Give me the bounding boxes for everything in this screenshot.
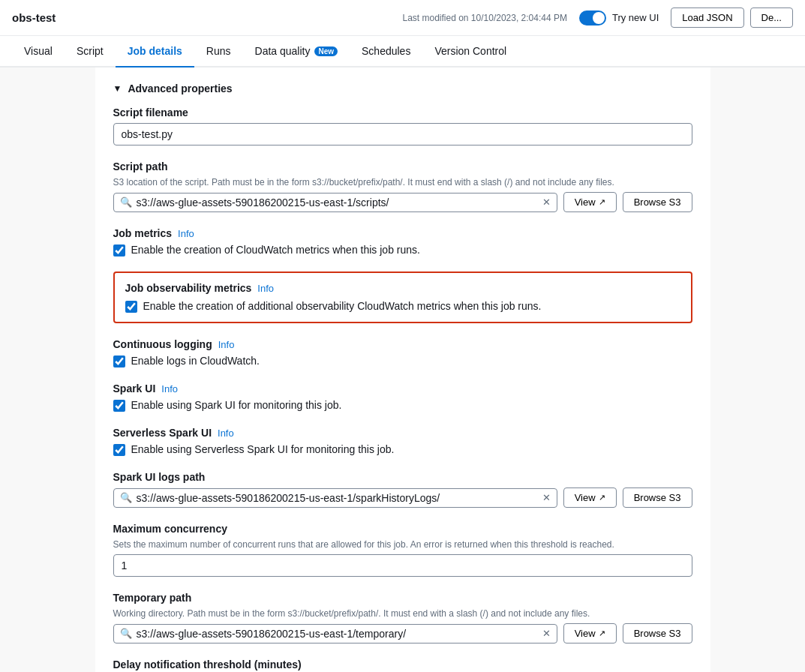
chevron-icon: ▼ (113, 83, 122, 94)
last-modified: Last modified on 10/10/2023, 2:04:44 PM (402, 13, 567, 23)
new-badge: New (314, 46, 338, 56)
advanced-properties-header[interactable]: ▼ Advanced properties (113, 82, 692, 94)
external-link-icon: ↗ (599, 197, 605, 207)
deploy-button[interactable]: De... (750, 8, 793, 28)
spark-ui-logs-path-input-wrap[interactable]: 🔍 ✕ (113, 488, 557, 508)
spark-ui-checkbox[interactable] (113, 400, 125, 412)
continuous-logging-group: Continuous logging Info Enable logs in C… (113, 338, 692, 368)
toggle-label: Try new UI (612, 12, 659, 23)
script-path-input-row: 🔍 ✕ View ↗ Browse S3 (113, 192, 692, 212)
job-metrics-checkbox-row: Enable the creation of CloudWatch metric… (113, 244, 692, 256)
temporary-path-input-row: 🔍 ✕ View ↗ Browse S3 (113, 623, 692, 644)
tab-script[interactable]: Script (65, 36, 116, 68)
try-new-ui-toggle[interactable] (579, 10, 606, 26)
spark-ui-group: Spark UI Info Enable using Spark UI for … (113, 382, 692, 412)
app-title: obs-test (12, 11, 56, 24)
spark-ui-logs-path-label: Spark UI logs path (113, 471, 692, 483)
load-json-button[interactable]: Load JSON (671, 8, 743, 28)
script-filename-group: Script filename (113, 106, 692, 146)
tab-schedules[interactable]: Schedules (350, 36, 422, 68)
clear-icon-3[interactable]: ✕ (542, 628, 551, 639)
clear-icon[interactable]: ✕ (542, 196, 551, 208)
serverless-spark-ui-checkbox-row: Enable using Serverless Spark UI for mon… (113, 443, 692, 456)
continuous-logging-checkbox-row: Enable logs in CloudWatch. (113, 355, 692, 368)
search-icon: 🔍 (120, 196, 132, 208)
job-metrics-checkbox[interactable] (113, 244, 125, 256)
temporary-path-input-wrap[interactable]: 🔍 ✕ (113, 624, 557, 644)
serverless-spark-ui-label: Serverless Spark UI Info (113, 427, 692, 439)
spark-logs-view-button[interactable]: View ↗ (563, 488, 617, 508)
temporary-path-input[interactable] (137, 628, 539, 640)
job-observability-group: Job observability metrics Info Enable th… (113, 272, 692, 323)
spark-ui-logs-path-input-row: 🔍 ✕ View ↗ Browse S3 (113, 488, 692, 508)
max-concurrency-description: Sets the maximum number of concurrent ru… (113, 539, 692, 550)
spark-ui-checkbox-row: Enable using Spark UI for monitoring thi… (113, 399, 692, 412)
temporary-path-group: Temporary path Working directory. Path m… (113, 592, 692, 644)
continuous-logging-checkbox-label: Enable logs in CloudWatch. (131, 355, 260, 367)
script-filename-input[interactable] (113, 123, 692, 146)
script-filename-label: Script filename (113, 106, 692, 118)
script-path-description: S3 location of the script. Path must be … (113, 177, 692, 188)
tab-visual[interactable]: Visual (12, 36, 65, 68)
tab-bar: Visual Script Job details Runs Data qual… (0, 36, 805, 68)
topbar: obs-test Last modified on 10/10/2023, 2:… (0, 0, 805, 36)
tab-version-control[interactable]: Version Control (422, 36, 518, 68)
job-observability-label: Job observability metrics Info (125, 282, 680, 294)
clear-icon-2[interactable]: ✕ (542, 492, 551, 503)
temporary-path-view-button[interactable]: View ↗ (563, 623, 617, 644)
spark-logs-browse-button[interactable]: Browse S3 (623, 488, 692, 508)
job-observability-checkbox[interactable] (125, 301, 137, 313)
job-metrics-checkbox-label: Enable the creation of CloudWatch metric… (131, 244, 420, 256)
spark-ui-checkbox-label: Enable using Spark UI for monitoring thi… (131, 399, 342, 411)
tab-job-details[interactable]: Job details (116, 36, 194, 68)
serverless-spark-ui-checkbox-label: Enable using Serverless Spark UI for mon… (131, 443, 395, 455)
delay-notification-group: Delay notification threshold (minutes) (113, 658, 692, 670)
continuous-logging-checkbox[interactable] (113, 356, 125, 368)
delay-notification-label: Delay notification threshold (minutes) (113, 658, 692, 670)
content-area: ▼ Advanced properties Script filename Sc… (95, 68, 710, 672)
script-path-label: Script path (113, 160, 692, 172)
script-path-browse-button[interactable]: Browse S3 (623, 192, 692, 212)
temporary-path-description: Working directory. Path must be in the f… (113, 608, 692, 619)
max-concurrency-label: Maximum concurrency (113, 523, 692, 535)
spark-ui-label: Spark UI Info (113, 382, 692, 394)
serverless-spark-ui-checkbox[interactable] (113, 444, 125, 456)
try-new-ui-toggle-container: Try new UI (579, 10, 659, 26)
job-metrics-label: Job metrics Info (113, 227, 692, 239)
script-path-group: Script path S3 location of the script. P… (113, 160, 692, 212)
script-path-view-button[interactable]: View ↗ (563, 192, 617, 212)
serverless-spark-ui-group: Serverless Spark UI Info Enable using Se… (113, 427, 692, 456)
spark-ui-info-link[interactable]: Info (161, 383, 178, 394)
spark-ui-logs-path-group: Spark UI logs path 🔍 ✕ View ↗ Browse S3 (113, 471, 692, 508)
external-link-icon-3: ↗ (599, 628, 605, 638)
temporary-path-label: Temporary path (113, 592, 692, 604)
continuous-logging-label: Continuous logging Info (113, 338, 692, 350)
job-metrics-group: Job metrics Info Enable the creation of … (113, 227, 692, 256)
script-path-input[interactable] (137, 196, 539, 208)
max-concurrency-group: Maximum concurrency Sets the maximum num… (113, 523, 692, 577)
spark-ui-logs-path-input[interactable] (137, 492, 539, 504)
max-concurrency-input[interactable] (113, 554, 692, 577)
temporary-path-browse-button[interactable]: Browse S3 (623, 623, 692, 644)
external-link-icon-2: ↗ (599, 493, 605, 502)
job-metrics-info-link[interactable]: Info (178, 228, 194, 239)
script-path-input-wrap[interactable]: 🔍 ✕ (113, 193, 557, 212)
tab-runs[interactable]: Runs (194, 36, 243, 68)
serverless-spark-ui-info-link[interactable]: Info (218, 428, 234, 439)
job-observability-checkbox-label: Enable the creation of additional observ… (143, 300, 542, 312)
job-observability-checkbox-row: Enable the creation of additional observ… (125, 300, 680, 313)
continuous-logging-info-link[interactable]: Info (218, 339, 235, 350)
search-icon-2: 🔍 (120, 492, 132, 503)
search-icon-3: 🔍 (120, 628, 132, 639)
job-observability-info-link[interactable]: Info (257, 283, 274, 294)
main-content: ▼ Advanced properties Script filename Sc… (0, 68, 805, 672)
tab-data-quality[interactable]: Data quality New (243, 36, 350, 68)
